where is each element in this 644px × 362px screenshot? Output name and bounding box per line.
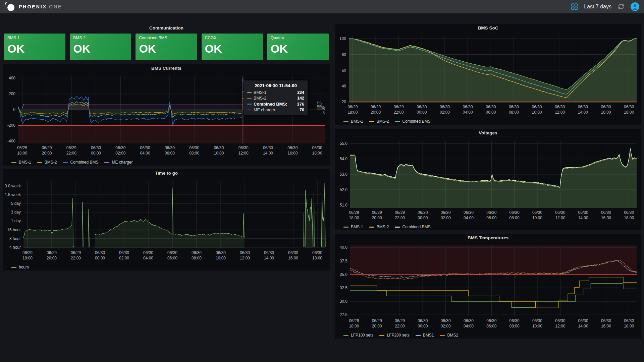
legend-item[interactable]: BMS-1: [11, 160, 31, 165]
status-label: BMS-1: [7, 36, 20, 40]
x-axis-label: 10:00: [532, 324, 542, 328]
x-axis-label: 06/30: [578, 105, 588, 109]
x-axis-label: 06/30: [601, 105, 611, 109]
x-axis-label: 04:00: [140, 151, 150, 156]
x-axis-label: 00:00: [95, 256, 105, 260]
x-axis-label: 14:00: [264, 256, 274, 260]
x-axis-label: 06/30: [532, 210, 542, 215]
legend-item[interactable]: BMS-2: [37, 160, 57, 165]
y-axis-label: 60: [342, 68, 346, 73]
x-axis-label: 18:00: [17, 151, 27, 156]
x-axis-label: 06/30: [624, 318, 634, 323]
status-value: OK: [7, 42, 24, 55]
x-axis-label: 06/29: [17, 145, 27, 150]
y-axis-label: 53.0: [340, 172, 348, 177]
x-axis-label: 08:00: [509, 110, 519, 115]
tooltip-row: BMS-1:234: [247, 90, 304, 95]
x-axis-label: 18:00: [312, 256, 322, 260]
legend-item[interactable]: LFP180 sets: [343, 333, 373, 338]
legend-item[interactable]: ME charger: [104, 160, 132, 165]
x-axis-label: 06/29: [347, 105, 358, 109]
x-axis-label: 14:00: [578, 216, 588, 220]
x-axis-label: 08:00: [509, 216, 520, 220]
bms-soc-chart[interactable]: 1008060402006/2918:0006/2920:0006/2922:0…: [335, 33, 641, 117]
legend-item[interactable]: hours: [11, 265, 29, 269]
y-axis-label: 30.0: [340, 299, 348, 304]
x-axis-label: 06/30: [165, 145, 175, 150]
panel-bms-soc: BMS SoC 1008060402006/2918:0006/2920:000…: [335, 24, 641, 125]
x-axis-label: 06/30: [555, 210, 565, 215]
legend-item[interactable]: BMS-1: [343, 119, 363, 124]
panel-title-voltages[interactable]: Voltages: [335, 129, 641, 138]
x-axis-label: 06/30: [463, 105, 473, 109]
logo-circle: [7, 4, 14, 11]
y-axis-label: 37.5: [340, 259, 348, 263]
x-axis-label: 06/30: [486, 210, 496, 215]
x-axis-label: 06/30: [464, 210, 474, 215]
time-to-go-chart[interactable]: 3.0 week1.5 week5 day3 day1 day16 hour8 …: [3, 178, 330, 262]
legend-item[interactable]: BMS2: [440, 333, 458, 338]
status-value: OK: [205, 42, 222, 55]
panel-title-bms-soc[interactable]: BMS SoC: [335, 24, 641, 33]
y-axis-label: 40: [342, 84, 346, 88]
x-axis-label: 06:00: [486, 110, 496, 115]
x-axis-label: 06/30: [417, 105, 427, 109]
x-axis-label: 06/29: [394, 105, 404, 109]
legend-item[interactable]: BMS1: [416, 333, 434, 338]
x-axis-label: 06/30: [624, 210, 634, 215]
x-axis-label: 02:00: [440, 110, 450, 115]
x-axis-label: 10:00: [532, 216, 542, 220]
x-axis-label: 16:00: [601, 324, 611, 328]
x-axis-label: 06/29: [371, 105, 381, 109]
panel-title-communication[interactable]: Communication: [3, 24, 330, 33]
bms-temperatures-chart[interactable]: 40.037.535.032.530.027.506/2918:0006/292…: [335, 243, 641, 330]
y-axis-label: 1.5 week: [5, 192, 21, 197]
legend-item[interactable]: BMS-2: [369, 119, 389, 124]
time-to-go-legend: hours: [11, 265, 29, 269]
y-axis-label: 27.5: [340, 312, 348, 317]
x-axis-label: 06/30: [509, 210, 520, 215]
legend-item[interactable]: LFP280 sets: [379, 333, 409, 338]
legend-item[interactable]: BMS-2: [369, 225, 389, 229]
legend-item[interactable]: Combined BMS: [395, 225, 430, 229]
dashboards-grid-icon[interactable]: [571, 3, 578, 10]
panel-title-time-to-go[interactable]: Time to go: [3, 169, 330, 178]
x-axis-label: 06/30: [192, 250, 202, 255]
x-axis-label: 06/30: [263, 145, 273, 150]
y-axis-label: 4 hour: [9, 245, 21, 250]
legend-item[interactable]: Combined BMS: [63, 160, 98, 165]
status-box: BMS-2 OK: [70, 34, 131, 60]
status-label: Combined BMS: [139, 36, 167, 40]
x-axis-label: 22:00: [395, 216, 405, 220]
x-axis-label: 06/30: [441, 210, 451, 215]
x-axis-label: 06/30: [555, 105, 565, 109]
panel-title-bms-temperatures[interactable]: BMS Temperatures: [335, 234, 641, 243]
y-axis-label: 0: [13, 107, 15, 112]
panel-title-bms-currents[interactable]: BMS Currents: [3, 64, 330, 73]
x-axis-label: 04:00: [143, 256, 153, 260]
user-avatar-icon[interactable]: [631, 2, 639, 11]
time-range-picker[interactable]: Last 7 days: [584, 4, 611, 10]
x-axis-label: 06/30: [119, 250, 129, 255]
x-axis-label: 06/29: [66, 145, 76, 150]
voltages-chart[interactable]: 55.054.053.052.051.006/2918:0006/2920:00…: [335, 138, 641, 222]
status-box: Combined BMS OK: [136, 34, 197, 60]
legend-item[interactable]: BMS-1: [343, 225, 363, 229]
y-axis-label: 5 day: [11, 201, 21, 206]
refresh-icon[interactable]: [618, 3, 625, 10]
tooltip-row: ME charger:70: [247, 108, 304, 112]
x-axis-label: 20:00: [371, 110, 381, 115]
x-axis-label: 02:00: [441, 324, 451, 328]
phoenix-logo[interactable]: [5, 2, 15, 11]
x-axis-label: 06/30: [624, 105, 634, 109]
x-axis-label: 16:00: [601, 110, 611, 115]
x-axis-label: 06:00: [165, 151, 175, 156]
x-axis-label: 06/30: [532, 105, 542, 109]
x-axis-label: 06/30: [312, 250, 322, 255]
x-axis-label: 06/29: [372, 318, 382, 323]
y-axis-label: 400: [9, 76, 15, 80]
x-axis-label: 06/29: [395, 210, 405, 215]
tooltip-row: Combined BMS:376: [247, 102, 304, 107]
x-axis-label: 16:00: [287, 151, 298, 156]
legend-item[interactable]: Combined BMS: [395, 119, 430, 124]
